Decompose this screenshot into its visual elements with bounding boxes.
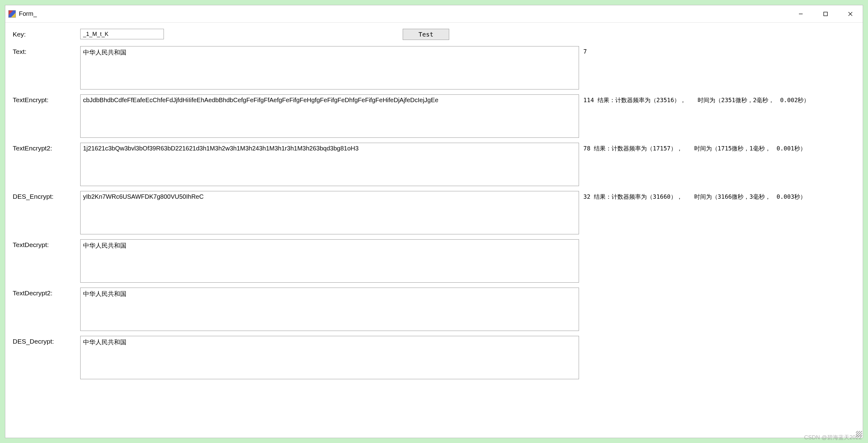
test-button[interactable]: Test xyxy=(403,29,449,40)
text-encrypt2-row: TextEncrypt2: 78 结果：计数器频率为（17157）， 时间为（1… xyxy=(13,143,855,186)
text-decrypt2-label: TextDecrypt2: xyxy=(13,287,80,297)
text-decrypt-input[interactable] xyxy=(80,239,579,283)
text-encrypt-info: 114 结果：计数器频率为（23516）， 时间为（2351微秒，2毫秒， 0.… xyxy=(583,94,809,104)
close-icon xyxy=(848,11,853,16)
maximize-button[interactable] xyxy=(813,5,838,22)
text-row: Text: 7 xyxy=(13,46,855,90)
window-controls xyxy=(788,5,863,22)
app-icon xyxy=(8,10,16,18)
des-decrypt-input[interactable] xyxy=(80,336,579,379)
des-encrypt-label: DES_Encrypt: xyxy=(13,191,80,200)
maximize-icon xyxy=(824,12,828,16)
close-button[interactable] xyxy=(838,5,863,22)
text-input[interactable] xyxy=(80,46,579,90)
text-encrypt-row: TextEncrypt: 114 结果：计数器频率为（23516）， 时间为（2… xyxy=(13,94,855,138)
form-content: Key: Test Text: 7 TextEncrypt: 114 结果：计数… xyxy=(5,23,863,438)
titlebar: Form_ xyxy=(5,5,863,23)
key-row: Key: Test xyxy=(13,29,855,40)
text-info: 7 xyxy=(583,46,587,55)
app-window: Form_ Key: Test Text: 7 xyxy=(5,5,863,438)
text-encrypt-input[interactable] xyxy=(80,94,579,138)
text-decrypt-label: TextDecrypt: xyxy=(13,239,80,248)
svg-rect-1 xyxy=(824,12,828,16)
des-encrypt-input[interactable] xyxy=(80,191,579,234)
text-decrypt2-input[interactable] xyxy=(80,287,579,331)
titlebar-left: Form_ xyxy=(8,10,37,18)
watermark: CSDN @碧海蓝天2022 xyxy=(804,434,862,441)
des-encrypt-row: DES_Encrypt: 32 结果：计数器频率为（31660）， 时间为（31… xyxy=(13,191,855,234)
des-decrypt-label: DES_Decrypt: xyxy=(13,336,80,345)
text-label: Text: xyxy=(13,46,80,56)
text-decrypt-row: TextDecrypt: xyxy=(13,239,855,283)
test-button-wrap: Test xyxy=(164,29,688,40)
text-encrypt-label: TextEncrypt: xyxy=(13,94,80,104)
des-decrypt-row: DES_Decrypt: xyxy=(13,336,855,379)
text-encrypt2-input[interactable] xyxy=(80,143,579,186)
window-title: Form_ xyxy=(19,10,37,17)
text-decrypt2-row: TextDecrypt2: xyxy=(13,287,855,331)
key-label: Key: xyxy=(13,29,80,38)
minimize-button[interactable] xyxy=(788,5,813,22)
text-encrypt2-label: TextEncrypt2: xyxy=(13,143,80,152)
key-input[interactable] xyxy=(80,29,164,39)
minimize-icon xyxy=(798,11,803,16)
text-encrypt2-info: 78 结果：计数器频率为（17157）， 时间为（1715微秒，1毫秒， 0.0… xyxy=(583,143,806,152)
des-encrypt-info: 32 结果：计数器频率为（31660）， 时间为（3166微秒，3毫秒， 0.0… xyxy=(583,191,806,201)
